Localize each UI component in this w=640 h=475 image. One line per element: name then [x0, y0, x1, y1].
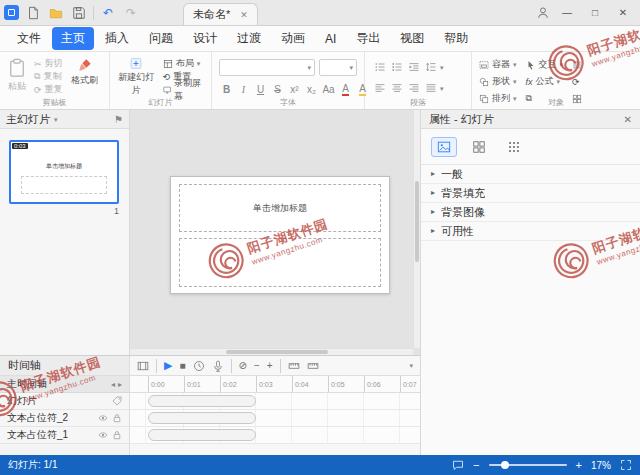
duration-bar[interactable] [148, 429, 256, 441]
bold-button[interactable]: B [219, 81, 234, 97]
change-case-button[interactable]: Aa [321, 81, 336, 97]
play-button[interactable]: ▶ [164, 359, 172, 372]
container-button[interactable]: 容器▾ [479, 58, 517, 71]
menu-help[interactable]: 帮助 [435, 27, 477, 50]
menu-design[interactable]: 设计 [184, 27, 226, 50]
menu-file[interactable]: 文件 [8, 27, 50, 50]
bullet-list-button[interactable] [372, 59, 387, 75]
record-screen-button[interactable]: 录制屏幕 [163, 83, 204, 96]
content-placeholder[interactable] [179, 238, 381, 287]
film-icon[interactable] [137, 360, 149, 372]
underline-button[interactable]: U [253, 81, 268, 97]
cut-button[interactable]: ✂剪切 [34, 57, 63, 70]
undo-icon[interactable]: ↶ [99, 4, 117, 22]
menu-transition[interactable]: 过渡 [228, 27, 270, 50]
slides-panel-header[interactable]: 主幻灯片 ▾ ⚑ [0, 110, 129, 129]
ruler-icon[interactable] [288, 360, 300, 372]
open-folder-icon[interactable] [47, 4, 65, 22]
stop-button[interactable]: ■ [179, 360, 185, 371]
menu-insert[interactable]: 插入 [96, 27, 138, 50]
disable-icon[interactable]: ⊘ [239, 360, 247, 371]
fit-screen-icon[interactable] [620, 459, 632, 471]
justify-button[interactable] [423, 80, 438, 96]
font-size-select[interactable]: ▾ [319, 59, 357, 76]
clock-icon[interactable] [193, 360, 205, 372]
copy-button[interactable]: ⧉复制 [34, 70, 63, 83]
canvas-horizontal-scrollbar[interactable] [130, 348, 413, 355]
zoom-in-timeline-button[interactable]: + [267, 360, 273, 371]
menu-export[interactable]: 导出 [347, 27, 389, 50]
menu-question[interactable]: 问题 [140, 27, 182, 50]
timeline-track-placeholder-1[interactable] [130, 427, 420, 444]
zoom-slider[interactable] [489, 464, 567, 466]
duration-bar[interactable] [148, 412, 256, 424]
feedback-chat-icon[interactable] [452, 459, 464, 471]
lock-icon[interactable] [112, 430, 122, 440]
close-button[interactable]: ✕ [610, 2, 636, 24]
align-objects-button[interactable] [572, 58, 582, 71]
properties-tab-slide[interactable] [431, 137, 457, 157]
ruler-fit-icon[interactable] [307, 360, 319, 372]
timeline-track-slide[interactable] [130, 393, 420, 410]
font-color-button[interactable]: A [338, 81, 353, 97]
scrollbar-thumb[interactable] [415, 181, 419, 262]
minimize-button[interactable]: — [554, 2, 580, 24]
properties-close-icon[interactable]: ✕ [624, 114, 632, 125]
canvas-vertical-scrollbar[interactable] [413, 110, 420, 348]
lock-icon[interactable] [112, 413, 122, 423]
interaction-button[interactable]: 交互▾ [526, 58, 564, 71]
italic-button[interactable]: I [236, 81, 251, 97]
timeline-layer-placeholder-2[interactable]: 文本占位符_2 [0, 410, 129, 427]
align-right-button[interactable] [406, 80, 421, 96]
menu-view[interactable]: 视图 [391, 27, 433, 50]
scrollbar-thumb[interactable] [226, 350, 328, 354]
document-tab[interactable]: 未命名* ✕ [183, 3, 258, 25]
timeline-layer-placeholder-1[interactable]: 文本占位符_1 [0, 427, 129, 444]
numbered-list-button[interactable] [389, 59, 404, 75]
strikethrough-button[interactable]: S [270, 81, 285, 97]
timeline-ruler[interactable]: 0:00 0:01 0:02 0:03 0:04 0:05 0:06 0:07 [130, 376, 420, 393]
layout-button[interactable]: 布局▾ [163, 57, 204, 70]
line-spacing-button[interactable] [423, 59, 438, 75]
section-background-fill[interactable]: ▸背景填充 [421, 184, 640, 203]
tab-close-icon[interactable]: ✕ [240, 10, 248, 20]
title-placeholder[interactable]: 单击增加标题 [179, 184, 381, 232]
timeline-main-tab[interactable]: 主时间轴 ◂ ▸ [0, 376, 129, 393]
zoom-in-button[interactable]: + [576, 459, 582, 471]
visibility-eye-icon[interactable] [98, 413, 108, 423]
slide-canvas[interactable]: 单击增加标题 [170, 176, 390, 294]
menu-home[interactable]: 主页 [52, 27, 94, 50]
slide-thumbnail[interactable]: 0:03 单击增加标题 [9, 140, 119, 204]
timeline-options-icon[interactable]: ▾ [409, 362, 413, 369]
zoom-slider-handle[interactable] [501, 461, 509, 469]
timeline-prev-icon[interactable]: ◂ [111, 380, 115, 389]
repeat-button[interactable]: ⟳重复 [34, 83, 63, 96]
microphone-icon[interactable] [212, 360, 224, 372]
subscript-button[interactable]: x₂ [304, 81, 319, 97]
rotate-object-button[interactable]: ⟳ [572, 75, 582, 88]
timeline-layer-slide[interactable]: 幻灯片 [0, 393, 129, 410]
save-icon[interactable] [70, 4, 88, 22]
account-icon[interactable] [534, 4, 552, 22]
timeline-track-placeholder-2[interactable] [130, 410, 420, 427]
align-left-button[interactable] [372, 80, 387, 96]
font-family-select[interactable]: ▾ [219, 59, 315, 76]
zoom-out-timeline-button[interactable]: − [254, 360, 260, 371]
section-background-image[interactable]: ▸背景图像 [421, 203, 640, 222]
properties-tab-layout[interactable] [466, 137, 492, 157]
editing-canvas[interactable]: 单击增加标题 [130, 110, 420, 355]
tag-icon[interactable] [112, 396, 122, 406]
shape-button[interactable]: 形状▾ [479, 75, 517, 88]
format-painter-button[interactable]: 格式刷 [70, 56, 100, 97]
zoom-out-button[interactable]: − [473, 459, 479, 471]
redo-icon[interactable]: ↷ [122, 4, 140, 22]
section-accessibility[interactable]: ▸可用性 [421, 222, 640, 241]
indent-button[interactable] [406, 59, 421, 75]
properties-tab-more[interactable] [501, 137, 527, 157]
maximize-button[interactable]: □ [582, 2, 608, 24]
align-center-button[interactable] [389, 80, 404, 96]
section-general[interactable]: ▸一般 [421, 165, 640, 184]
new-slide-button[interactable]: 新建幻灯片 [117, 56, 156, 97]
visibility-eye-icon[interactable] [98, 430, 108, 440]
new-file-icon[interactable] [24, 4, 42, 22]
